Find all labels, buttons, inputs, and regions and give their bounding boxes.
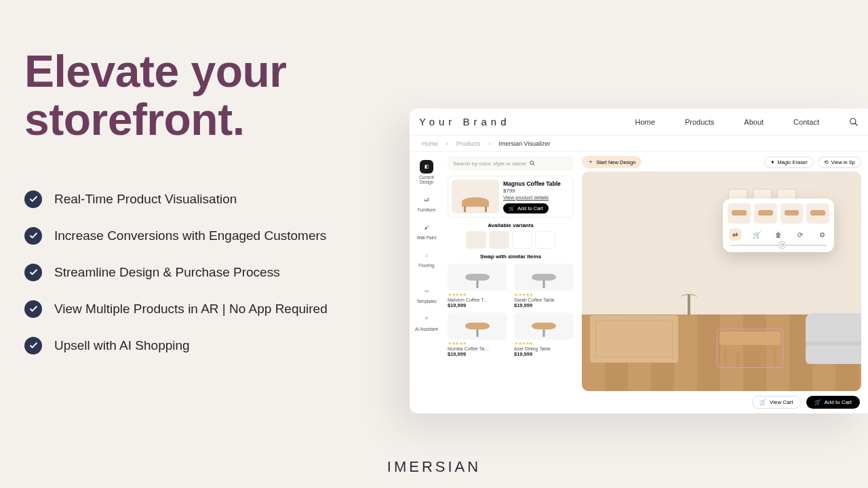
sidebar-item-wall-paint[interactable]: 🖌Wall Paint — [412, 218, 441, 243]
popover-variant[interactable] — [754, 203, 777, 224]
view-cart-label: View Cart — [770, 399, 793, 405]
variant-thumb[interactable] — [466, 231, 486, 249]
scale-slider[interactable]: ⟳ — [730, 245, 827, 246]
ar-icon: ⟲ — [824, 159, 829, 165]
flooring-icon: ⌂ — [420, 248, 433, 262]
sidebar: ◧Current Design 🛋Furniture 🖌Wall Paint ⌂… — [410, 152, 443, 413]
sofa-graphic — [806, 313, 861, 364]
start-new-design-button[interactable]: ＋Start New Design — [582, 156, 642, 168]
view-cart-button[interactable]: 🛒View Cart — [752, 396, 801, 409]
product-name: Magnus Coffee Table — [503, 180, 570, 187]
feature-item: Streamline Design & Purchase Process — [24, 264, 404, 281]
similar-name: Malvern Coffee T… — [448, 298, 507, 302]
room-canvas[interactable]: ⇄ 🛒 🗑 ⟳ ⚙ ⟳ — [582, 171, 861, 391]
svg-line-1 — [855, 123, 858, 125]
sidebar-label: Current Design — [412, 175, 441, 184]
add-to-cart-button[interactable]: 🛒Add to Cart — [806, 396, 860, 409]
feature-item: Increase Conversions with Engaged Custom… — [24, 227, 404, 245]
headline: Elevate your storefront. — [24, 47, 404, 144]
slider-knob[interactable]: ⟳ — [778, 241, 786, 249]
similar-thumb — [514, 264, 574, 291]
similar-item[interactable]: ★★★★★Axel Dining Table$19,999 — [514, 312, 574, 357]
search-icon — [529, 160, 536, 167]
placed-product[interactable] — [717, 329, 783, 368]
rating-stars: ★★★★★ — [514, 341, 574, 346]
check-icon — [24, 300, 42, 318]
similar-price: $19,999 — [448, 351, 507, 357]
sidebar-item-furniture[interactable]: 🛋Furniture — [412, 190, 441, 215]
similar-price: $19,999 — [514, 351, 574, 357]
crumb-current: Imersian Visualizer — [499, 140, 551, 147]
similar-price: $19,999 — [514, 302, 574, 308]
magic-eraser-button[interactable]: ✦Magic Eraser — [764, 157, 814, 168]
variants-title: Available variants — [448, 222, 574, 228]
svg-point-0 — [850, 118, 856, 123]
similar-thumb — [448, 312, 507, 340]
templates-icon: ▭ — [420, 284, 433, 298]
svg-line-3 — [533, 164, 534, 165]
nav-about[interactable]: About — [744, 118, 764, 126]
check-icon — [24, 264, 42, 281]
rating-stars: ★★★★★ — [448, 292, 507, 298]
feature-text: Real-Time Product Visualisation — [54, 192, 237, 207]
design-icon: ◧ — [420, 160, 433, 174]
rating-stars: ★★★★★ — [448, 341, 507, 346]
crumb-home[interactable]: Home — [422, 140, 438, 147]
popover-variant[interactable] — [781, 203, 804, 224]
rating-stars: ★★★★★ — [514, 292, 574, 298]
search-input[interactable]: Search by color, style or name — [448, 156, 574, 171]
trash-icon[interactable]: 🗑 — [772, 228, 785, 241]
variant-row — [448, 231, 574, 249]
nav-contact[interactable]: Contact — [793, 118, 819, 126]
footer-logo: IMERSIAN — [387, 458, 481, 476]
add-btn-label: Add to Cart — [517, 205, 543, 211]
check-icon — [24, 227, 42, 245]
settings-icon[interactable]: ⚙ — [816, 228, 828, 241]
search-placeholder: Search by color, style or name — [453, 161, 526, 167]
nav-products[interactable]: Products — [685, 118, 714, 126]
feature-text: Streamline Design & Purchase Process — [54, 265, 280, 280]
sidebar-item-ai-assistant[interactable]: ✧AI Assistant — [412, 309, 441, 334]
sidebar-label: Furniture — [418, 207, 435, 212]
feature-item: Upsell with AI Shopping — [24, 337, 404, 354]
product-price: $799 — [503, 188, 570, 194]
similar-name: Sarah Coffee Table — [514, 298, 574, 302]
similar-name: Monika Coffee Ta… — [448, 346, 507, 351]
sidebar-item-templates[interactable]: ▭Templates — [412, 281, 441, 306]
similar-item[interactable]: ★★★★★Malvern Coffee T…$19,999 — [448, 264, 507, 308]
similar-item[interactable]: ★★★★★Sarah Coffee Table$19,999 — [514, 264, 574, 308]
feature-text: View Multiple Products in AR | No App Re… — [54, 302, 328, 317]
variant-thumb[interactable] — [489, 231, 509, 249]
view-in-space-button[interactable]: ⟲View in Sp — [818, 157, 861, 168]
add-cart-label: Add to Cart — [825, 399, 852, 405]
sparkle-icon: ✦ — [770, 159, 775, 165]
variant-thumb[interactable] — [512, 231, 532, 249]
feature-item: Real-Time Product Visualisation — [24, 190, 404, 208]
popover-variant[interactable] — [806, 203, 829, 224]
app-topbar: Your Brand Home Products About Contact — [410, 108, 868, 136]
furniture-icon: 🛋 — [420, 192, 433, 206]
add-to-cart-button[interactable]: 🛒Add to Cart — [503, 203, 549, 214]
sidebar-item-current-design[interactable]: ◧Current Design — [412, 157, 441, 187]
search-icon[interactable] — [849, 117, 859, 127]
variant-thumb[interactable] — [535, 231, 555, 249]
product-popover: ⇄ 🛒 🗑 ⟳ ⚙ ⟳ — [723, 199, 834, 252]
cart-icon[interactable]: 🛒 — [751, 228, 763, 241]
similar-item[interactable]: ★★★★★Monika Coffee Ta…$19,999 — [448, 312, 507, 357]
popover-variant[interactable] — [728, 203, 751, 224]
sidebar-label: Flooring — [418, 263, 434, 268]
similar-grid: ★★★★★Malvern Coffee T…$19,999 ★★★★★Sarah… — [448, 264, 574, 357]
feature-item: View Multiple Products in AR | No App Re… — [24, 300, 404, 318]
breadcrumb: Home› Products› Imersian Visualizer — [410, 136, 868, 152]
plus-icon: ＋ — [588, 159, 593, 165]
view-space-label: View in Sp — [831, 159, 855, 165]
start-new-label: Start New Design — [596, 159, 635, 165]
sidebar-item-flooring[interactable]: ⌂Flooring — [412, 245, 441, 270]
sidebar-label: Wall Paint — [416, 235, 436, 240]
view-details-link[interactable]: View product details — [503, 195, 570, 201]
rotate-icon[interactable]: ⟳ — [794, 228, 806, 241]
sidebar-label: Templates — [416, 299, 437, 304]
crumb-products[interactable]: Products — [456, 140, 481, 147]
swap-icon[interactable]: ⇄ — [729, 228, 741, 241]
nav-home[interactable]: Home — [635, 118, 655, 126]
